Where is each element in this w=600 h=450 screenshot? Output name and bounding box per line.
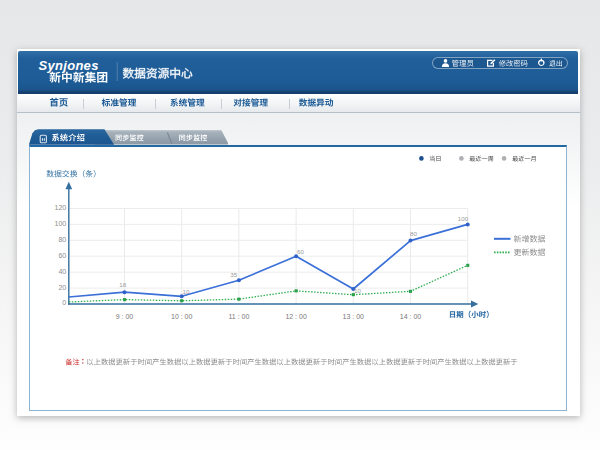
svg-text:60: 60 (58, 252, 66, 259)
svg-text:35: 35 (230, 271, 237, 278)
svg-text:80: 80 (58, 236, 66, 243)
svg-text:18: 18 (119, 281, 126, 288)
svg-text:40: 40 (58, 268, 66, 275)
svg-text:80: 80 (410, 230, 417, 237)
svg-text:9 : 00: 9 : 00 (116, 313, 134, 320)
svg-text:14 : 00: 14 : 00 (400, 313, 422, 320)
svg-text:10 : 00: 10 : 00 (171, 313, 193, 320)
svg-text:120: 120 (55, 204, 67, 211)
svg-text:12 : 00: 12 : 00 (285, 313, 307, 320)
svg-text:0: 0 (62, 299, 66, 306)
svg-text:11 : 00: 11 : 00 (228, 313, 249, 320)
svg-text:100: 100 (458, 215, 469, 222)
svg-text:60: 60 (297, 248, 304, 255)
svg-text:10: 10 (354, 287, 361, 294)
svg-text:100: 100 (55, 220, 67, 227)
svg-text:10: 10 (183, 288, 190, 295)
svg-text:13 : 00: 13 : 00 (343, 313, 365, 320)
svg-text:20: 20 (58, 284, 66, 291)
